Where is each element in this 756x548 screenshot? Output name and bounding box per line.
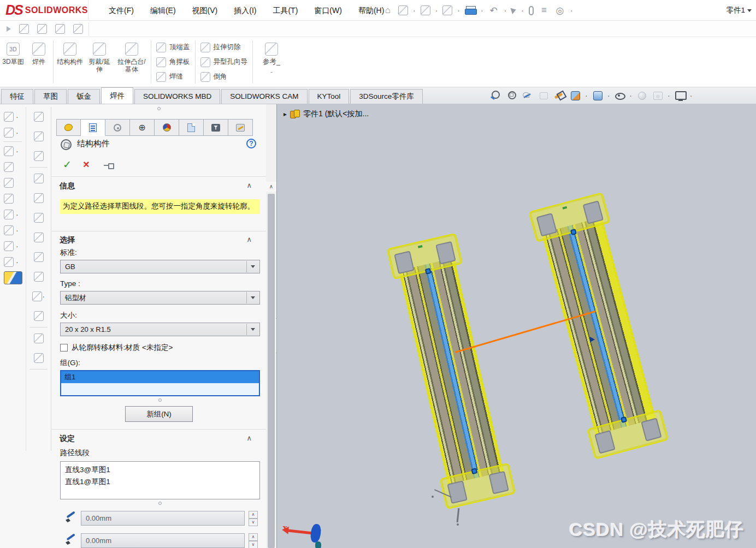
menu-tools[interactable]: 工具(T) [264, 0, 306, 21]
structural-member-preview-right[interactable] [535, 194, 662, 457]
flyout-dot[interactable]: · [570, 6, 573, 15]
tab-solidworks-mbd[interactable]: SOLIDWORKS MBD [134, 89, 220, 104]
transfer-material-checkbox[interactable] [60, 344, 68, 352]
document-switcher[interactable]: 零件1 [726, 0, 752, 21]
scroll-up-icon[interactable]: ∧ [266, 182, 276, 192]
ribbon-extruded-cut-button[interactable]: 拉伸切除 [200, 40, 248, 55]
window-arrange-icon[interactable] [73, 24, 83, 34]
side-toolbar-icon[interactable] [34, 311, 44, 321]
size-select[interactable]: 20 x 20 x R1.5 [60, 323, 260, 336]
measure-icon[interactable] [553, 90, 565, 102]
ribbon-extruded-boss-button[interactable]: 拉伸凸台/基体 [114, 37, 149, 87]
collapse-icon[interactable]: ∧ [246, 434, 252, 442]
spin-down-icon[interactable]: ∨ [249, 541, 258, 548]
side-toolbar-icon[interactable] [4, 225, 14, 235]
side-toolbar-icon[interactable] [4, 162, 14, 172]
magnet-icon[interactable] [529, 6, 534, 15]
ribbon-weld-bead-button[interactable]: 焊缝 [156, 69, 190, 84]
edit-appearance-icon[interactable] [636, 90, 648, 102]
export-document-icon[interactable] [55, 24, 65, 34]
grid-icon[interactable] [19, 24, 29, 34]
active-weldment-tool-icon[interactable] [4, 271, 22, 284]
type-select[interactable]: 铝型材 [60, 291, 260, 305]
tab-dimxpert-manager[interactable]: ⊕ [130, 119, 155, 136]
undo-icon[interactable]: ↶ [488, 5, 499, 16]
selection-section-header[interactable]: 选择 [60, 235, 75, 245]
document-properties-icon[interactable] [37, 24, 47, 34]
flyout-dot[interactable]: · [16, 210, 19, 219]
side-toolbar-icon[interactable] [34, 353, 44, 363]
group-list-item-selected[interactable]: 组1 [61, 371, 259, 383]
home-icon[interactable]: ⌂ [382, 5, 393, 16]
collapse-icon[interactable]: ∧ [246, 235, 252, 243]
flyout-dot[interactable]: · [481, 6, 483, 15]
side-toolbar-icon[interactable] [34, 193, 44, 203]
side-toolbar-icon[interactable] [4, 194, 14, 204]
tab-cam-tools[interactable] [228, 119, 253, 136]
standard-select[interactable]: GB [60, 260, 260, 273]
section-view-icon[interactable] [538, 90, 550, 102]
side-toolbar-icon[interactable] [34, 233, 44, 242]
tab-3dsource[interactable]: 3DSource零件库 [350, 89, 423, 104]
flyout-dot[interactable]: · [629, 91, 632, 100]
zoom-to-fit-icon[interactable] [490, 90, 502, 102]
side-toolbar-icon[interactable] [34, 252, 44, 262]
options-icon[interactable]: ◎ [554, 5, 565, 16]
side-toolbar-icon[interactable] [4, 241, 14, 251]
side-toolbar-icon[interactable] [34, 112, 44, 122]
view-settings-icon[interactable] [674, 90, 686, 102]
previous-view-icon[interactable] [522, 90, 534, 102]
help-icon[interactable]: ? [246, 139, 256, 148]
flyout-dot[interactable]: · [16, 242, 19, 251]
tree-expand-icon[interactable]: ▸ [284, 110, 287, 118]
side-toolbar-icon[interactable] [4, 210, 14, 219]
flyout-dot[interactable]: · [435, 6, 438, 15]
ribbon-reference-geometry-button[interactable]: 参考_ - [255, 37, 288, 87]
flyout-dot[interactable]: · [413, 6, 416, 15]
save-icon[interactable] [442, 5, 452, 15]
list-resize-handle[interactable] [158, 398, 162, 402]
tab-cam-operation[interactable] [204, 119, 228, 136]
info-section-header[interactable]: 信息 [60, 181, 75, 191]
side-toolbar-icon[interactable] [34, 132, 44, 141]
side-toolbar-icon[interactable] [34, 151, 44, 161]
apply-scene-icon[interactable] [652, 90, 664, 102]
menu-insert[interactable]: 插入(I) [226, 0, 264, 21]
print-icon[interactable] [465, 6, 476, 15]
zoom-to-area-icon[interactable] [506, 90, 518, 102]
options-list-icon[interactable]: ≡ [539, 5, 550, 16]
flyout-dot[interactable]: · [16, 258, 19, 266]
tab-display-manager[interactable] [155, 119, 179, 136]
tab-sketch[interactable]: 草图 [34, 89, 67, 104]
settings-section-header[interactable]: 设定 [60, 434, 75, 444]
side-toolbar-icon[interactable] [34, 213, 44, 223]
tab-configuration-manager[interactable] [105, 119, 130, 136]
tab-feature-manager[interactable] [56, 119, 81, 136]
side-toolbar-icon[interactable] [4, 112, 14, 122]
ribbon-structural-member-button[interactable]: 结构构件 [55, 37, 85, 87]
path-segment-item[interactable]: 直线3@草图1 [65, 464, 255, 476]
panel-scrollbar[interactable]: ∧ [266, 104, 276, 548]
ribbon-chamfer-button[interactable]: 倒角 [200, 69, 248, 84]
ribbon-end-cap-button[interactable]: 顶端盖 [156, 40, 190, 55]
open-document-icon[interactable] [421, 5, 430, 15]
flyout-dot[interactable]: · [16, 226, 19, 235]
ribbon-hole-wizard-button[interactable]: 异型孔向导 [200, 55, 248, 69]
flyout-dot[interactable]: · [521, 6, 524, 15]
panel-resize-handle[interactable] [157, 107, 161, 110]
flyout-dot[interactable]: · [16, 112, 19, 121]
flyout-dot[interactable]: · [607, 91, 610, 100]
spin-down-icon[interactable]: ∨ [249, 519, 258, 526]
select-cursor-icon[interactable] [511, 7, 517, 14]
ribbon-trim-extend-button[interactable]: 剪裁/延伸 [85, 37, 114, 87]
path-segment-item[interactable]: 直线1@草图1 [65, 476, 255, 488]
flyout-dot[interactable]: · [585, 91, 588, 100]
menu-file[interactable]: 文件(F) [101, 0, 142, 21]
side-toolbar-icon[interactable] [4, 128, 14, 138]
tab-kytool[interactable]: KYTool [309, 89, 350, 104]
scrollbar-thumb[interactable] [268, 194, 275, 548]
menu-window[interactable]: 窗口(W) [306, 0, 350, 21]
ribbon-gusset-button[interactable]: 角撑板 [156, 55, 190, 69]
flyout-dot[interactable]: · [668, 91, 670, 100]
spin-up-icon[interactable]: ∧ [249, 533, 258, 541]
